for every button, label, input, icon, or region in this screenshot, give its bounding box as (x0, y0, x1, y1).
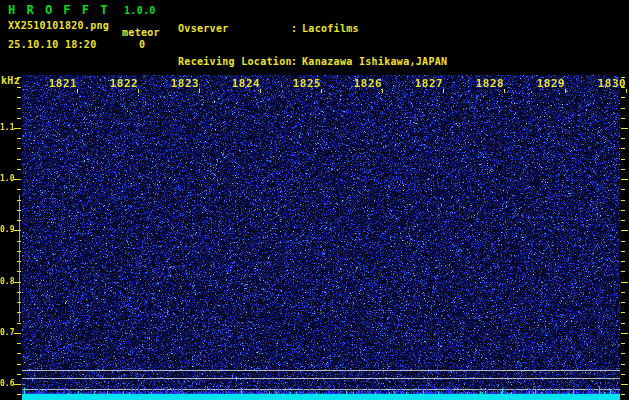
freq-minor-tick (621, 138, 625, 139)
time-tick-label: 1825 (293, 78, 322, 89)
freq-minor-tick (17, 302, 21, 303)
freq-minor-tick (17, 210, 21, 211)
freq-minor-tick (17, 261, 21, 262)
time-tick-label: 1830 (598, 78, 627, 89)
freq-minor-tick (17, 241, 21, 242)
minute-tick (321, 89, 322, 93)
freq-minor-tick (621, 169, 625, 170)
datetime: 25.10.10 18:20 (8, 40, 97, 50)
freq-minor-tick (17, 169, 21, 170)
time-tick-label: 1828 (476, 78, 505, 89)
app-version: 1.0.0 (124, 6, 156, 16)
freq-minor-tick (17, 374, 21, 375)
freq-tick-label: 0.9 (0, 226, 14, 234)
freq-major-tick (621, 230, 628, 231)
freq-major-tick (14, 333, 21, 334)
time-tick-label: 1822 (110, 78, 139, 89)
time-tick-label: 1821 (49, 78, 78, 89)
freq-major-tick (14, 230, 21, 231)
freq-major-tick (14, 128, 21, 129)
time-tick-label: 1829 (537, 78, 566, 89)
freq-minor-tick (17, 394, 21, 395)
freq-minor-tick (621, 302, 625, 303)
freq-minor-tick (621, 271, 625, 272)
info-colon: : (291, 57, 302, 67)
freq-minor-tick (621, 108, 625, 109)
freq-minor-tick (17, 159, 21, 160)
freq-minor-tick (621, 374, 625, 375)
minute-tick (77, 89, 78, 93)
minute-tick (443, 89, 444, 93)
minute-tick (382, 89, 383, 93)
freq-minor-tick (621, 200, 625, 201)
freq-minor-tick (621, 312, 625, 313)
output-filename: XX2510101820.png (8, 21, 109, 31)
info-value: Kanazawa Ishikawa,JAPAN (302, 56, 447, 67)
minute-tick (138, 89, 139, 93)
freq-minor-tick (17, 77, 21, 78)
freq-minor-tick (17, 118, 21, 119)
freq-minor-tick (17, 87, 21, 88)
meteor-count: 0 (139, 40, 145, 50)
freq-major-tick (621, 128, 628, 129)
freq-minor-tick (17, 138, 21, 139)
info-row-location: Receiving Location:Kanazawa Ishikawa,JAP… (178, 57, 447, 70)
mode-label: meteor (122, 28, 160, 38)
freq-minor-tick (621, 220, 625, 221)
time-tick-label: 1826 (354, 78, 383, 89)
info-value: Lacofilms (302, 23, 359, 34)
freq-minor-tick (621, 292, 625, 293)
freq-major-tick (14, 282, 21, 283)
freq-minor-tick (621, 251, 625, 252)
minute-tick (199, 89, 200, 93)
freq-tick-label: 0.6 (0, 380, 14, 388)
freq-minor-tick (621, 353, 625, 354)
minute-tick (504, 89, 505, 93)
freq-minor-tick (621, 97, 625, 98)
freq-minor-tick (17, 292, 21, 293)
freq-minor-tick (17, 312, 21, 313)
freq-major-tick (621, 333, 628, 334)
freq-minor-tick (621, 343, 625, 344)
freq-minor-tick (621, 323, 625, 324)
info-label: Ovserver (178, 24, 291, 34)
info-colon: : (291, 24, 302, 34)
freq-minor-tick (621, 241, 625, 242)
freq-minor-tick (17, 271, 21, 272)
info-row-observer: Ovserver:Lacofilms (178, 24, 447, 37)
freq-major-tick (621, 384, 628, 385)
freq-minor-tick (621, 394, 625, 395)
freq-minor-tick (17, 108, 21, 109)
freq-minor-tick (621, 189, 625, 190)
minute-tick (260, 89, 261, 93)
minute-tick (565, 89, 566, 93)
spectrogram-canvas (22, 75, 620, 400)
time-tick-label: 1824 (232, 78, 261, 89)
minute-tick (626, 89, 627, 93)
freq-minor-tick (17, 364, 21, 365)
info-label: Receiving Location (178, 57, 291, 67)
freq-major-tick (621, 179, 628, 180)
freq-minor-tick (17, 251, 21, 252)
freq-tick-label: 0.8 (0, 278, 14, 286)
freq-minor-tick (621, 118, 625, 119)
time-tick-label: 1823 (171, 78, 200, 89)
freq-minor-tick (17, 343, 21, 344)
time-tick-label: 1827 (415, 78, 444, 89)
freq-minor-tick (17, 323, 21, 324)
freq-minor-tick (621, 159, 625, 160)
hrofft-window: H R O F F T 1.0.0 XX2510101820.png meteo… (0, 0, 629, 400)
app-title: H R O F F T (8, 4, 109, 16)
freq-tick-label: 0.7 (0, 329, 14, 337)
freq-major-tick (621, 282, 628, 283)
freq-minor-tick (17, 97, 21, 98)
freq-tick-label: 1.1 (0, 124, 14, 132)
freq-minor-tick (17, 200, 21, 201)
freq-minor-tick (621, 261, 625, 262)
freq-tick-label: 1.0 (0, 175, 14, 183)
freq-minor-tick (17, 220, 21, 221)
freq-minor-tick (17, 353, 21, 354)
freq-minor-tick (621, 210, 625, 211)
freq-major-tick (14, 384, 21, 385)
freq-minor-tick (17, 189, 21, 190)
